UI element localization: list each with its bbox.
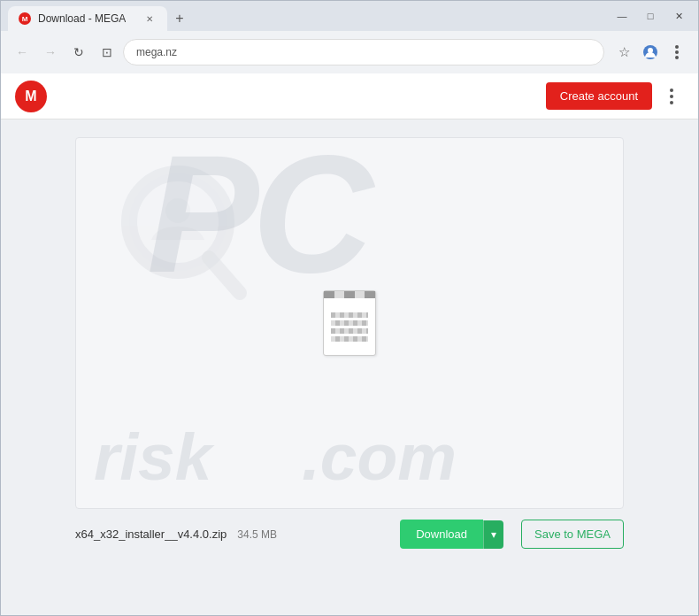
active-tab[interactable]: M Download - MEGA ✕ <box>8 6 167 31</box>
header-menu-button[interactable] <box>659 84 684 109</box>
mega-header: M Create account <box>1 73 698 119</box>
tab-title: Download - MEGA <box>38 12 126 25</box>
tab-bar: M Download - MEGA ✕ + <box>8 1 192 31</box>
reload-button[interactable]: ↻ <box>66 40 91 65</box>
file-bar: x64_x32_installer__v4.4.0.zip 34.5 MB Do… <box>75 509 624 559</box>
tab-close-button[interactable]: ✕ <box>142 12 157 26</box>
tab-favicon: M <box>19 12 31 25</box>
close-button[interactable]: ✕ <box>666 8 691 24</box>
capture-button[interactable]: ⊡ <box>95 40 119 65</box>
minimize-button[interactable]: — <box>610 8 634 24</box>
url-input[interactable]: mega.nz <box>123 39 604 65</box>
svg-line-3 <box>209 258 240 293</box>
magnifier-watermark-icon <box>111 165 253 306</box>
address-bar: ← → ↻ ⊡ mega.nz ☆ <box>1 31 698 73</box>
forward-button[interactable]: → <box>38 40 63 65</box>
profile-icon[interactable] <box>638 40 663 65</box>
save-to-mega-button[interactable]: Save to MEGA <box>521 520 624 549</box>
bookmark-icon[interactable]: ☆ <box>611 40 636 65</box>
back-button[interactable]: ← <box>10 40 35 65</box>
file-name: x64_x32_installer__v4.4.0.zip <box>75 527 227 541</box>
browser-window: M Download - MEGA ✕ + — □ ✕ ← → ↻ ⊡ mega… <box>0 0 699 616</box>
file-size: 34.5 MB <box>237 528 277 541</box>
browser-menu-icon[interactable] <box>664 40 689 65</box>
svg-point-4 <box>165 198 190 223</box>
watermark-com: .com <box>302 419 457 495</box>
download-button-group: Download ▾ <box>400 520 503 549</box>
window-controls: — □ ✕ <box>610 8 691 24</box>
zip-file-icon <box>323 290 376 356</box>
address-icons: ☆ <box>611 40 689 65</box>
maximize-button[interactable]: □ <box>638 8 663 24</box>
main-content: PC risk .com <box>1 119 698 615</box>
create-account-button[interactable]: Create account <box>546 82 652 110</box>
new-tab-button[interactable]: + <box>167 6 192 31</box>
download-dropdown-button[interactable]: ▾ <box>483 520 503 549</box>
watermark-risk: risk <box>94 419 211 495</box>
svg-point-2 <box>129 173 227 271</box>
download-button[interactable]: Download <box>400 520 483 549</box>
title-bar: M Download - MEGA ✕ + — □ ✕ <box>1 1 698 31</box>
mega-logo[interactable]: M <box>15 81 47 112</box>
file-preview-card: PC risk .com <box>75 137 624 509</box>
